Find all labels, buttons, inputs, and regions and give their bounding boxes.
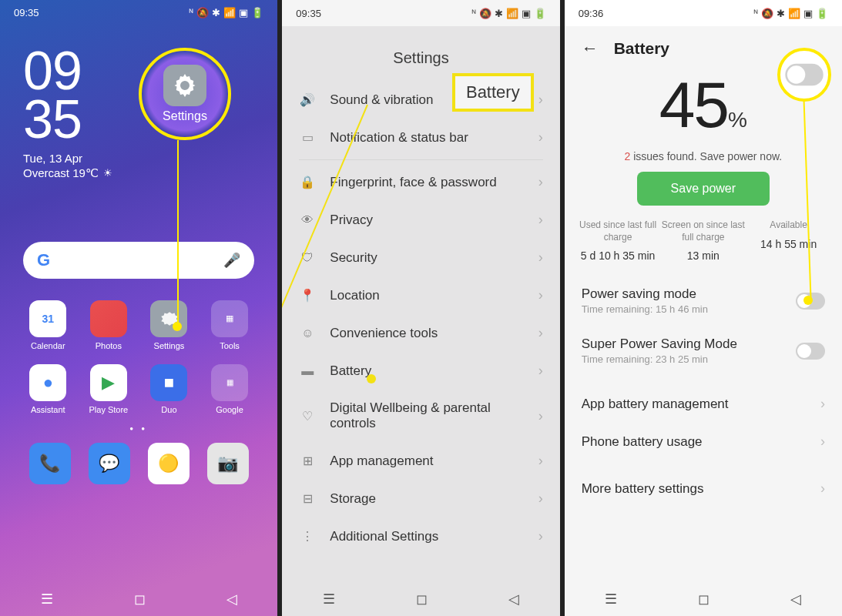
nav-home-icon[interactable]: ◻ (134, 591, 146, 608)
chevron-right-icon: › (538, 174, 543, 190)
wellbeing-icon: ♡ (299, 409, 316, 424)
status-icons: ᴺ🔕✱📶▣🔋 (189, 7, 263, 18)
nav-back-icon[interactable]: ◁ (508, 591, 519, 608)
chevron-right-icon: › (538, 287, 543, 303)
nav-home-icon[interactable]: ◻ (416, 591, 428, 608)
chevron-right-icon: › (820, 396, 825, 412)
highlight-battery-callout: Battery (452, 73, 534, 112)
dock-phone[interactable]: 📞 (20, 443, 79, 484)
app-assistant[interactable]: ● Assistant (20, 364, 76, 414)
lock-icon: 🔒 (299, 175, 316, 189)
settings-item-app-management[interactable]: ⊞ App management › (282, 442, 559, 480)
weather-widget[interactable]: Overcast 19℃ ☀ (23, 166, 277, 180)
dock-messages[interactable]: 💬 (79, 443, 139, 484)
save-power-button[interactable]: Save power (637, 172, 770, 206)
status-bar: 09:36 ᴺ🔕✱📶▣🔋 (565, 0, 842, 26)
nav-bar: ☰ ◻ ◁ (0, 587, 277, 611)
app-tools[interactable]: ▦ Tools (202, 300, 258, 350)
app-calendar[interactable]: 31 Calendar (20, 300, 76, 350)
chevron-right-icon: › (538, 408, 543, 424)
nav-recents-icon[interactable]: ☰ (323, 591, 335, 608)
row-more-battery-settings[interactable]: More battery settings › (565, 470, 842, 507)
nav-back-icon[interactable]: ◁ (226, 591, 237, 608)
clock-hours: 09 (23, 47, 277, 95)
status-time: 09:35 (14, 7, 39, 18)
row-phone-battery-usage[interactable]: Phone battery usage › (565, 423, 842, 460)
nav-bar: ☰ ◻ ◁ (565, 587, 842, 611)
weather-text: Overcast 19℃ (23, 166, 99, 180)
home-app-grid: 31 Calendar Photos Settings ▦ Tools ● As… (0, 294, 277, 414)
home-pager-dots: ● ● (0, 414, 277, 443)
nav-back-icon[interactable]: ◁ (790, 591, 801, 608)
app-settings[interactable]: Settings (141, 300, 197, 350)
row-super-power-saving[interactable]: Super Power Saving Mode Time remaining: … (565, 326, 842, 376)
chevron-right-icon: › (820, 480, 825, 497)
phone-battery-screen: 09:36 ᴺ🔕✱📶▣🔋 ← Battery 45% 2 issues foun… (565, 0, 842, 616)
super-power-saving-toggle[interactable] (796, 343, 825, 360)
home-dock: 📞 💬 🟡 📷 (0, 443, 277, 498)
nav-recents-icon[interactable]: ☰ (41, 591, 53, 608)
chevron-right-icon: › (820, 434, 825, 450)
app-google-folder[interactable]: ▦ Google (202, 364, 258, 414)
apps-icon: ⊞ (299, 454, 316, 468)
weather-icon: ☀ (103, 167, 112, 179)
status-bar: 09:35 ᴺ🔕✱📶▣🔋 (0, 0, 277, 25)
callout-dot (173, 322, 182, 331)
status-icons: ᴺ🔕✱📶▣🔋 (471, 8, 546, 19)
row-app-battery-management[interactable]: App battery management › (565, 385, 842, 423)
settings-item-fingerprint[interactable]: 🔒 Fingerprint, face & password › (282, 163, 559, 201)
chevron-right-icon: › (538, 363, 543, 379)
chevron-right-icon: › (538, 92, 543, 108)
back-arrow-icon[interactable]: ← (582, 38, 599, 59)
battery-icon: ▬ (299, 364, 316, 378)
battery-stats: Used since last full charge 5 d 10 h 35 … (565, 219, 842, 276)
settings-item-additional[interactable]: ⋮ Additional Settings › (282, 517, 559, 555)
status-time: 09:35 (296, 8, 321, 19)
status-icons: ᴺ🔕✱📶▣🔋 (753, 8, 828, 19)
notification-icon: ▭ (299, 130, 316, 145)
chevron-right-icon: › (538, 325, 543, 341)
settings-item-notification[interactable]: ▭ Notification & status bar › (282, 119, 559, 156)
app-play-store[interactable]: ▶ Play Store (81, 364, 137, 414)
settings-item-storage[interactable]: ⊟ Storage › (282, 480, 559, 517)
google-logo-icon: G (37, 250, 50, 270)
settings-item-battery[interactable]: ▬ Battery › (282, 352, 559, 390)
dock-chrome[interactable]: 🟡 (139, 443, 198, 484)
status-time: 09:36 (579, 8, 604, 19)
clock-date: Tue, 13 Apr (23, 152, 277, 165)
toggle-icon (785, 64, 823, 86)
nav-recents-icon[interactable]: ☰ (605, 591, 617, 608)
settings-item-location[interactable]: 📍 Location › (282, 276, 559, 314)
app-photos[interactable]: Photos (81, 300, 137, 350)
phone-settings-list: 09:35 ᴺ🔕✱📶▣🔋 Settings 🔊 Sound & vibratio… (282, 0, 559, 616)
row-power-saving[interactable]: Power saving mode Time remaining: 15 h 4… (565, 276, 842, 326)
percent-symbol: % (728, 108, 747, 132)
more-icon: ⋮ (299, 529, 316, 544)
callout-dot (803, 296, 813, 305)
stat-screen-on: Screen on since last full charge 13 min (660, 219, 746, 262)
chevron-right-icon: › (538, 212, 543, 228)
clock-widget[interactable]: 09 35 Tue, 13 Apr Overcast 19℃ ☀ (0, 25, 277, 180)
chevron-right-icon: › (538, 490, 543, 507)
app-duo[interactable]: ■ Duo (141, 364, 197, 414)
sound-icon: 🔊 (299, 92, 316, 107)
highlight-toggle-callout (777, 48, 831, 102)
clock-minutes: 35 (23, 95, 277, 144)
stat-used: Used since last full charge 5 d 10 h 35 … (575, 219, 661, 262)
settings-item-security[interactable]: 🛡 Security › (282, 239, 559, 276)
dock-camera[interactable]: 📷 (198, 443, 257, 484)
google-search-bar[interactable]: G 🎤 (23, 242, 254, 279)
tools-icon: ☺ (299, 326, 316, 340)
voice-search-icon[interactable]: 🎤 (223, 252, 240, 269)
settings-item-convenience[interactable]: ☺ Convenience tools › (282, 314, 559, 352)
callout-line (177, 140, 179, 323)
chevron-right-icon: › (538, 453, 543, 469)
phone-home-screen: 09:35 ᴺ🔕✱📶▣🔋 09 35 Tue, 13 Apr Overcast … (0, 0, 277, 616)
page-title: Battery (614, 39, 669, 58)
settings-item-wellbeing[interactable]: ♡ Digital Wellbeing & parental controls … (282, 390, 559, 442)
percent-number: 45 (659, 69, 728, 141)
chevron-right-icon: › (538, 129, 543, 146)
issues-text: 2 issues found. Save power now. (565, 150, 842, 162)
nav-home-icon[interactable]: ◻ (698, 591, 709, 608)
storage-icon: ⊟ (299, 491, 316, 506)
